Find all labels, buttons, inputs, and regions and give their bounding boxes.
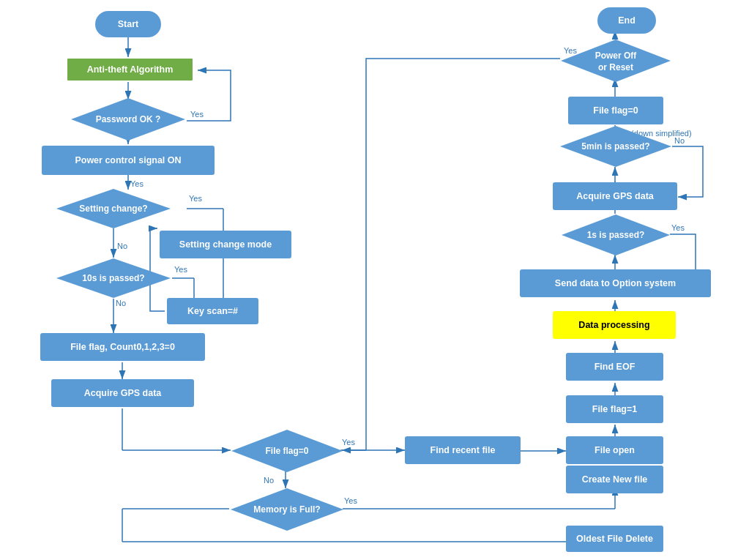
svg-marker-58 (231, 488, 343, 531)
svg-text:Power Off: Power Off (595, 51, 638, 61)
svg-text:Password OK ?: Password OK ? (96, 114, 161, 124)
start-node: Start (95, 11, 161, 37)
svg-text:or Reset: or Reset (598, 62, 633, 72)
svg-text:10s is passed?: 10s is passed? (82, 273, 144, 283)
svg-marker-54 (56, 258, 171, 298)
flowchart: Yes Yes No Yes No Yes Yes No Yes No Yes … (0, 0, 738, 560)
svg-marker-50 (71, 98, 185, 141)
acquire-gps1-node: Acquire GPS data (51, 379, 194, 407)
svg-text:Memory is Full?: Memory is Full? (253, 504, 320, 515)
key-scan-node: Key scan=# (167, 298, 258, 324)
file-flag-count-node: File flag, Count0,1,2,3=0 (40, 333, 205, 361)
anti-theft-node: Anti-theft Algorithm (66, 57, 194, 82)
power-control-node: Power control signal ON (42, 146, 215, 175)
svg-marker-64 (561, 40, 671, 82)
svg-marker-56 (231, 430, 343, 472)
power-off-reset-node: Power Off or Reset (559, 38, 738, 560)
find-recent-file-node: Find recent file (405, 436, 521, 464)
svg-text:File flag=0: File flag=0 (265, 446, 308, 456)
svg-text:Setting change?: Setting change? (79, 204, 147, 214)
svg-marker-52 (56, 189, 171, 228)
setting-change-mode-node: Setting change mode (160, 231, 291, 258)
end-node: End (597, 7, 656, 34)
